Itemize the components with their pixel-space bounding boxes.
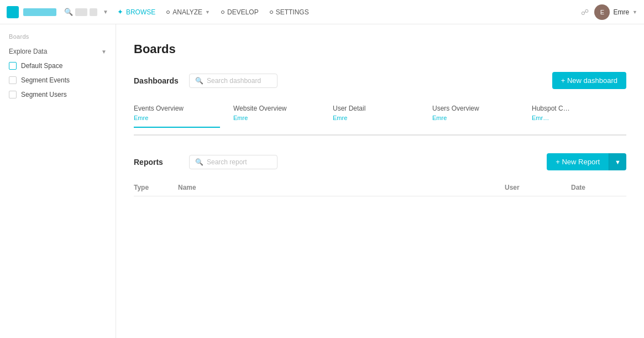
dashboard-card-title: Users Overview — [432, 105, 479, 112]
dashboard-card-title: User Detail — [333, 105, 365, 112]
dashboard-card-title: Events Overview — [134, 105, 184, 112]
dashboard-card-author: Emre — [432, 115, 447, 121]
user-menu[interactable]: E Emre ▼ — [594, 4, 637, 20]
nav-analyze-chevron: ▼ — [205, 9, 210, 15]
report-search[interactable]: 🔍 Search report — [189, 155, 278, 169]
nav-analyze[interactable]: ANALYZE ▼ — [166, 6, 210, 18]
dashboard-card-title: Website Overview — [233, 105, 286, 112]
nav-settings[interactable]: SETTINGS — [270, 6, 309, 18]
segment-users-icon — [9, 91, 17, 98]
brand-text — [23, 8, 56, 16]
app-layout: Boards Explore Data ▼ Default Space Segm… — [0, 24, 644, 338]
nav-develop[interactable]: DEVELOP — [221, 6, 259, 18]
report-search-placeholder: Search report — [207, 158, 247, 166]
new-dashboard-button[interactable]: + New dashboard — [552, 72, 626, 89]
segment-events-icon — [9, 76, 17, 84]
dashboard-card-author: Emre — [134, 115, 148, 121]
nav-develop-dot — [221, 11, 224, 14]
nav-settings-dot — [270, 11, 273, 14]
dashboard-search[interactable]: 🔍 Search dashboard — [189, 74, 278, 88]
sidebar-group-label: Explore Data — [9, 48, 47, 55]
main-content: Boards Dashboards 🔍 Search dashboard + N… — [116, 24, 644, 338]
col-name-header: Name — [178, 179, 505, 196]
sidebar-item-label: Segment Events — [21, 76, 70, 84]
nav-browse[interactable]: ✦ BROWSE — [117, 6, 155, 18]
reports-table: Type Name User Date — [134, 179, 626, 196]
nav-analyze-dot — [166, 11, 170, 14]
search-pill-1 — [75, 8, 87, 16]
report-search-icon: 🔍 — [195, 158, 203, 166]
dashboard-card-author: Emr… — [532, 115, 549, 121]
dashboards-row: Events Overview Emre Website Overview Em… — [134, 98, 626, 136]
sidebar-item-segment-users[interactable]: Segment Users — [0, 87, 116, 102]
sidebar-item-segment-events[interactable]: Segment Events — [0, 73, 116, 87]
sidebar-section-label: Boards — [0, 33, 116, 44]
dashboards-section-header: Dashboards 🔍 Search dashboard + New dash… — [134, 72, 626, 89]
sidebar-group-explore-data[interactable]: Explore Data ▼ — [0, 44, 116, 59]
search-icon: 🔍 — [64, 8, 73, 16]
sidebar-item-label: Segment Users — [21, 91, 67, 98]
dashboard-card-author: Emre — [333, 115, 347, 121]
sidebar: Boards Explore Data ▼ Default Space Segm… — [0, 24, 116, 338]
reports-section-header: Reports 🔍 Search report + New Report ▼ — [134, 153, 626, 170]
dashboard-card-hubspot[interactable]: Hubspot C… Emr… — [532, 98, 626, 134]
logo-icon[interactable] — [7, 6, 19, 18]
default-space-icon — [9, 62, 17, 70]
col-type-header: Type — [134, 179, 178, 196]
dashboard-card-bar — [134, 127, 220, 128]
new-report-button[interactable]: + New Report — [547, 153, 609, 170]
new-report-dropdown-button[interactable]: ▼ — [609, 153, 626, 170]
sidebar-item-default-space[interactable]: Default Space — [0, 59, 116, 73]
dashboard-card-website-overview[interactable]: Website Overview Emre — [233, 98, 333, 134]
topnav: 🔍 ▼ ✦ BROWSE ANALYZE ▼ DEVELOP SETTINGS … — [0, 0, 644, 24]
sidebar-group-caret: ▼ — [101, 49, 107, 55]
dashboard-card-user-detail[interactable]: User Detail Emre — [333, 98, 432, 134]
reports-section-label: Reports — [134, 158, 189, 167]
sidebar-item-label: Default Space — [21, 62, 62, 70]
avatar: E — [594, 4, 610, 20]
dashboard-card-events-overview[interactable]: Events Overview Emre — [134, 98, 233, 134]
topnav-notifications-icon[interactable]: ☍ — [581, 8, 589, 17]
topnav-right: ☍ E Emre ▼ — [581, 4, 637, 20]
topnav-search-area: 🔍 — [64, 8, 97, 16]
dashboard-search-placeholder: Search dashboard — [207, 77, 261, 85]
dashboards-section-label: Dashboards — [134, 76, 189, 85]
page-title: Boards — [134, 42, 626, 56]
dashboard-card-title: Hubspot C… — [532, 105, 570, 112]
search-pill-2 — [90, 8, 97, 16]
reports-table-header-row: Type Name User Date — [134, 179, 626, 196]
topnav-dropdown-icon[interactable]: ▼ — [103, 9, 108, 15]
new-report-split-button: + New Report ▼ — [547, 153, 626, 170]
main-nav: ✦ BROWSE ANALYZE ▼ DEVELOP SETTINGS — [117, 6, 309, 18]
dashboard-card-author: Emre — [233, 115, 248, 121]
dashboard-card-users-overview[interactable]: Users Overview Emre — [432, 98, 532, 134]
col-user-header: User — [505, 179, 571, 196]
username-label: Emre — [613, 8, 629, 16]
dashboard-search-icon: 🔍 — [195, 77, 203, 85]
user-menu-caret: ▼ — [632, 9, 637, 15]
col-date-header: Date — [571, 179, 626, 196]
